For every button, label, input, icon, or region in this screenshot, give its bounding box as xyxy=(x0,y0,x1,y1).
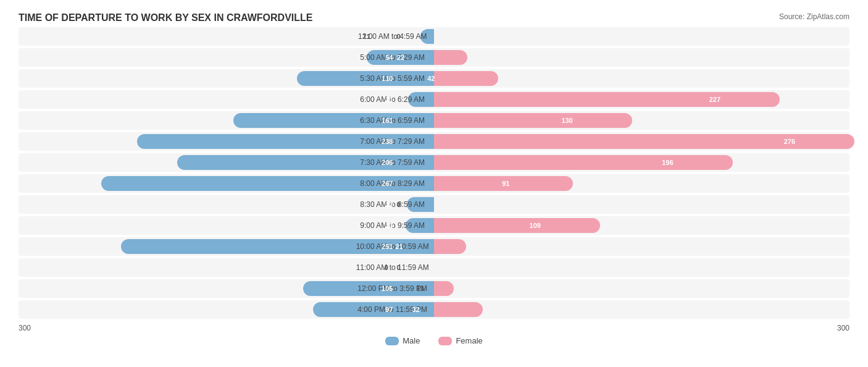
chart-row: 12:00 AM to 4:59 AM110 xyxy=(19,27,849,46)
axis-labels: 300 300 xyxy=(19,324,849,332)
female-bar xyxy=(434,302,483,317)
male-bar xyxy=(408,92,434,107)
chart-row: 8:00 AM to 8:29 AM26791 xyxy=(19,174,849,193)
chart-row: 5:30 AM to 5:59 AM11042 xyxy=(19,69,849,88)
female-bar xyxy=(434,155,733,170)
chart-row: 8:30 AM to 8:59 AM220 xyxy=(19,195,849,214)
male-value: 251 xyxy=(382,243,396,250)
male-value: 206 xyxy=(382,159,396,166)
chart-row: 7:00 AM to 7:29 AM238276 xyxy=(19,132,849,151)
male-value: 267 xyxy=(382,180,396,187)
legend-female-label: Female xyxy=(456,336,482,345)
female-bar xyxy=(434,239,466,254)
chart-title: TIME OF DEPARTURE TO WORK BY SEX IN CRAW… xyxy=(19,12,312,23)
female-bar xyxy=(434,92,780,107)
female-value: 196 xyxy=(662,159,673,166)
female-value: 0 xyxy=(396,201,400,208)
chart-row: 6:30 AM to 6:59 AM161130 xyxy=(19,111,849,130)
chart-row: 9:00 AM to 9:59 AM23109 xyxy=(19,216,849,235)
female-value: 130 xyxy=(561,117,572,124)
male-value: 54 xyxy=(385,54,396,61)
legend-male-swatch xyxy=(385,337,399,345)
legend-female-swatch xyxy=(438,337,452,345)
row-time-label: 11:00 AM to 11:59 AM xyxy=(356,263,429,272)
source-label: Source: ZipAtlas.com xyxy=(779,12,849,21)
chart-row: 5:00 AM to 5:29 AM5422 xyxy=(19,48,849,67)
female-value: 109 xyxy=(530,222,541,229)
female-bar xyxy=(434,218,600,233)
legend-male-label: Male xyxy=(403,336,420,345)
axis-left: 300 xyxy=(19,324,31,332)
legend: Male Female xyxy=(19,336,849,345)
chart-row: 7:30 AM to 7:59 AM206196 xyxy=(19,153,849,172)
female-value: 13 xyxy=(417,285,424,292)
chart-row: 10:00 AM to 10:59 AM25121 xyxy=(19,237,849,256)
chart-row: 12:00 PM to 3:59 PM10513 xyxy=(19,279,849,298)
male-value: 11 xyxy=(363,33,370,40)
chart-container: 12:00 AM to 4:59 AM1105:00 AM to 5:29 AM… xyxy=(19,27,849,345)
male-value: 97 xyxy=(385,306,396,313)
male-bar xyxy=(233,113,434,128)
female-bar xyxy=(434,71,498,86)
male-bar xyxy=(297,71,434,86)
male-bar xyxy=(406,218,434,233)
female-value: 276 xyxy=(784,138,795,145)
female-bar xyxy=(434,281,454,296)
male-bar xyxy=(303,281,434,296)
legend-female: Female xyxy=(438,336,482,345)
male-value: 0 xyxy=(385,264,388,271)
male-value: 21 xyxy=(385,96,396,103)
female-bar xyxy=(434,50,467,65)
male-bar xyxy=(420,29,434,44)
chart-row: 11:00 AM to 11:59 AM00 xyxy=(19,258,849,277)
male-bar xyxy=(407,197,434,212)
male-value: 23 xyxy=(385,222,396,229)
female-value: 22 xyxy=(397,54,404,61)
female-value: 21 xyxy=(395,243,403,250)
male-value: 110 xyxy=(382,75,396,82)
male-value: 105 xyxy=(382,285,396,292)
female-value: 227 xyxy=(709,96,720,103)
male-value: 22 xyxy=(385,201,396,208)
male-value: 161 xyxy=(382,117,396,124)
female-value: 0 xyxy=(396,264,400,271)
female-value: 91 xyxy=(502,180,509,187)
axis-right: 300 xyxy=(837,324,849,332)
female-value: 0 xyxy=(396,33,400,40)
male-value: 238 xyxy=(382,138,396,145)
legend-male: Male xyxy=(385,336,420,345)
female-value: 42 xyxy=(427,75,435,82)
chart-row: 6:00 AM to 6:29 AM21227 xyxy=(19,90,849,109)
female-bar xyxy=(434,113,632,128)
chart-row: 4:00 PM to 11:59 PM9732 xyxy=(19,300,849,319)
female-value: 32 xyxy=(412,306,420,313)
